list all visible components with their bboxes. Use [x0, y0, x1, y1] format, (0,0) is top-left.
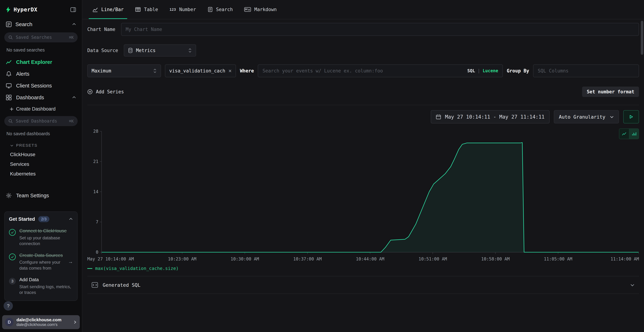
- chart-legend: max(visa_validation_cache.size): [87, 266, 639, 271]
- number-123-icon: 123: [170, 7, 176, 12]
- data-source-value: Metrics: [136, 48, 156, 53]
- svg-text:10:51:00 AM: 10:51:00 AM: [418, 256, 447, 262]
- sidebar-item-team-settings[interactable]: Team Settings: [0, 190, 82, 202]
- sidebar-item-label: Chart Explorer: [16, 59, 52, 65]
- no-saved-searches-text: No saved searches: [0, 42, 82, 56]
- chevron-down-icon: [610, 115, 614, 119]
- get-started-item-title: Create Data Sources: [19, 252, 64, 258]
- generated-sql-section[interactable]: Generated SQL: [87, 276, 639, 294]
- user-row: D dale@clickhouse.com dale@clickhouse.co…: [0, 314, 82, 332]
- presets-label: PRESETS: [16, 143, 38, 148]
- table-icon: [135, 6, 141, 12]
- bar-view-toggle[interactable]: [629, 129, 639, 139]
- svg-text:11:05:00 AM: 11:05:00 AM: [544, 256, 572, 262]
- svg-text:May 27 10:14:00 AM: May 27 10:14:00 AM: [87, 256, 134, 262]
- metric-chip[interactable]: visa_validation_cach ×: [165, 64, 236, 77]
- search-icon: [8, 35, 13, 40]
- logo-bolt-icon: [6, 6, 11, 13]
- get-started-item-add-data[interactable]: 3 Add Data Start sending logs, metrics, …: [9, 277, 73, 296]
- tab-label: Search: [216, 7, 233, 12]
- app-root: HyperDX Search Saved Searches ⌘K No save…: [0, 0, 644, 332]
- tab-number[interactable]: 123 Number: [164, 0, 201, 19]
- sidebar-item-alerts[interactable]: Alerts: [0, 68, 82, 80]
- sql-toggle-button[interactable]: SQL: [467, 68, 475, 73]
- run-query-button[interactable]: [623, 110, 639, 124]
- tab-table[interactable]: Table: [130, 0, 163, 19]
- sidebar-collapse-icon[interactable]: [70, 6, 76, 13]
- tab-line-bar[interactable]: Line/Bar: [87, 0, 128, 19]
- saved-dashboards-input[interactable]: Saved Dashboards ⌘K: [4, 116, 78, 126]
- svg-text:11:14:00 AM: 11:14:00 AM: [610, 256, 639, 262]
- chevron-up-icon[interactable]: [72, 22, 76, 26]
- sidebar-item-label: Client Sessions: [16, 83, 52, 89]
- chart-type-tabbar: Line/Bar Table 123 Number Search: [82, 0, 644, 19]
- svg-text:10:44:00 AM: 10:44:00 AM: [356, 256, 384, 262]
- line-view-toggle[interactable]: [619, 129, 629, 139]
- search-section-icon: [6, 21, 12, 27]
- hyperdx-logo[interactable]: HyperDX: [6, 6, 38, 13]
- get-started-item-desc: Start sending logs, metrics, or traces: [19, 284, 73, 296]
- chart-name-input[interactable]: [121, 23, 639, 36]
- granularity-select[interactable]: Auto Granularity: [554, 110, 619, 124]
- user-menu-button[interactable]: D dale@clickhouse.com dale@clickhouse.co…: [2, 315, 80, 329]
- date-range-picker[interactable]: May 27 10:14:11 - May 27 11:14:11: [431, 110, 550, 124]
- close-icon[interactable]: ×: [228, 68, 232, 74]
- lucene-toggle-button[interactable]: Lucene: [483, 68, 498, 73]
- get-started-header[interactable]: Get Started 2/3: [9, 216, 73, 222]
- search-icon: [8, 119, 13, 124]
- sidebar-item-chart-explorer[interactable]: Chart Explorer: [0, 56, 82, 68]
- tab-label: Table: [144, 7, 158, 12]
- avatar: D: [5, 318, 14, 326]
- get-started-item-desc: Set up your database connection: [19, 235, 73, 247]
- chart-display-toggle: [619, 128, 639, 139]
- chevron-down-icon[interactable]: [630, 283, 635, 287]
- create-dashboard-button[interactable]: Create Dashboard: [0, 104, 82, 115]
- date-range-value: May 27 10:14:11 - May 27 11:14:11: [445, 114, 544, 120]
- get-started-item-title: Add Data: [19, 277, 73, 283]
- svg-text:7: 7: [96, 220, 98, 224]
- saved-dashboards-shortcut: ⌘K: [69, 119, 74, 124]
- arrow-right-icon[interactable]: →: [68, 259, 73, 264]
- chevron-up-icon[interactable]: [69, 217, 73, 221]
- help-button[interactable]: ?: [4, 301, 13, 310]
- set-number-format-button[interactable]: Set number format: [582, 86, 639, 97]
- database-icon: [128, 48, 133, 53]
- sidebar-item-client-sessions[interactable]: Client Sessions: [0, 80, 82, 92]
- monitor-icon: [6, 83, 12, 89]
- calendar-icon: [436, 114, 441, 120]
- preset-item-clickhouse[interactable]: ClickHouse: [0, 150, 82, 160]
- add-series-button[interactable]: Add Series: [87, 89, 124, 94]
- sidebar-section-search[interactable]: Search: [0, 18, 82, 31]
- markdown-icon: [244, 7, 251, 12]
- chevron-up-icon[interactable]: [72, 95, 76, 100]
- add-series-label: Add Series: [96, 89, 124, 94]
- tab-search[interactable]: Search: [202, 0, 238, 19]
- sidebar-item-label: Alerts: [16, 71, 29, 77]
- where-input[interactable]: [258, 64, 503, 77]
- get-started-item-data-sources[interactable]: Create Data Sources Configure where your…: [9, 252, 73, 271]
- presets-toggle[interactable]: PRESETS: [0, 140, 82, 150]
- get-started-progress-badge: 2/3: [38, 216, 50, 222]
- group-by-input[interactable]: [533, 64, 639, 77]
- user-team: dale@clickhouse.com's: [16, 322, 70, 327]
- tab-label: Markdown: [254, 7, 276, 12]
- sidebar-item-dashboards[interactable]: Dashboards: [0, 92, 82, 104]
- preset-item-services[interactable]: Services: [0, 160, 82, 169]
- get-started-item-connect[interactable]: Connect to ClickHouse Set up your databa…: [9, 228, 73, 247]
- tab-label: Number: [179, 7, 196, 12]
- sidebar: HyperDX Search Saved Searches ⌘K No save…: [0, 0, 82, 332]
- chart-area: 07142128May 27 10:14:00 AM10:23:00 AM10:…: [87, 127, 639, 271]
- chart-svg[interactable]: 07142128May 27 10:14:00 AM10:23:00 AM10:…: [87, 127, 639, 264]
- scrollbar-thumb[interactable]: [641, 21, 643, 55]
- saved-searches-input[interactable]: Saved Searches ⌘K: [4, 32, 78, 42]
- tab-markdown[interactable]: Markdown: [239, 0, 282, 19]
- aggregation-select[interactable]: Maximum: [87, 64, 161, 77]
- saved-searches-placeholder: Saved Searches: [16, 35, 66, 40]
- data-source-select[interactable]: Metrics: [124, 44, 196, 56]
- sidebar-header: HyperDX: [0, 0, 82, 18]
- step-number-badge: 3: [9, 278, 16, 284]
- play-icon: [628, 114, 634, 119]
- preset-item-kubernetes[interactable]: Kubernetes: [0, 169, 82, 179]
- chart-name-label: Chart Name: [87, 27, 116, 32]
- chart-explorer-icon: [6, 59, 12, 65]
